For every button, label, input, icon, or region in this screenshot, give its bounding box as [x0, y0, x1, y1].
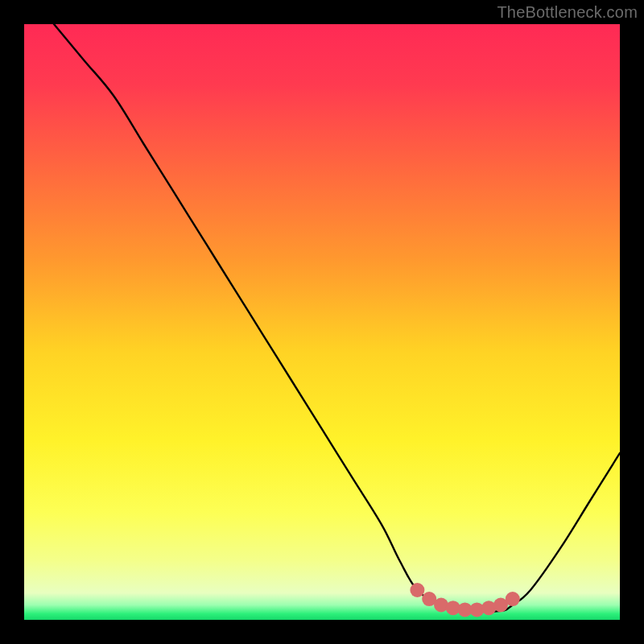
bottleneck-curve: [54, 24, 620, 612]
plot-area: [24, 24, 620, 620]
curve-layer: [24, 24, 620, 620]
chart-container: TheBottleneck.com: [0, 0, 644, 644]
optimum-markers: [410, 583, 519, 617]
watermark-text: TheBottleneck.com: [497, 3, 638, 22]
optimum-marker: [410, 583, 424, 597]
optimum-marker: [506, 592, 520, 606]
